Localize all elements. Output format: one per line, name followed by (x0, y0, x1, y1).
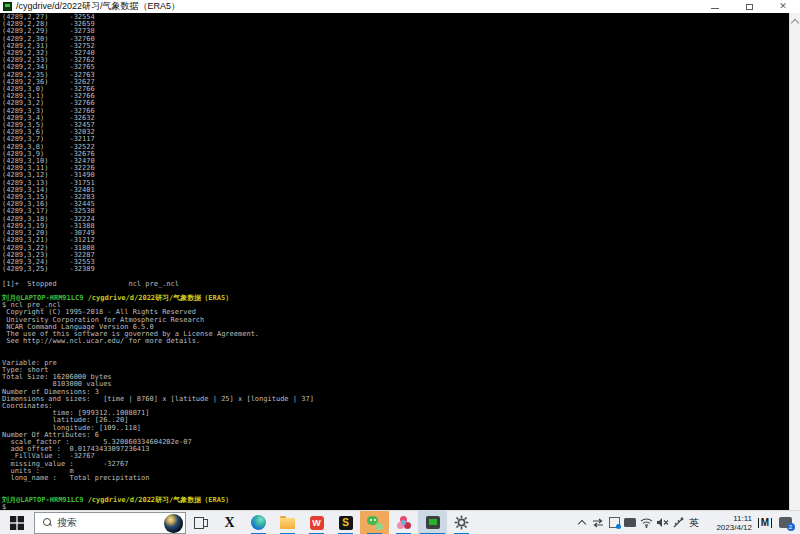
wifi-icon (640, 517, 653, 528)
dark-app-icon (624, 518, 636, 527)
file-explorer-button[interactable] (273, 511, 302, 534)
edge-button[interactable] (244, 511, 273, 534)
taskbar-clock[interactable]: 11:11 2023/4/12 (702, 514, 754, 532)
notification-center-button[interactable]: 2 (776, 511, 800, 534)
hidden-icons-button[interactable] (574, 511, 590, 534)
window-title: /cygdrive/d/2022研习/气象数据（ERA5） (16, 0, 180, 13)
app-notification-tray-button[interactable] (606, 511, 622, 534)
flower-app-icon (397, 516, 411, 530)
terminal-output: (4289,2,27) -32554 (4289,2,28) -32659 (4… (0, 13, 789, 510)
settings-gear-icon (454, 515, 469, 530)
terminal-icon (426, 516, 440, 529)
search-icon (43, 518, 52, 527)
terminal-scrollbar[interactable] (789, 13, 800, 510)
vendor-tray-button[interactable]: M (754, 511, 776, 534)
ime-language-label: 英 (689, 516, 699, 530)
square-blue-dot-icon (609, 517, 620, 528)
close-button[interactable]: ✕ (766, 0, 800, 13)
task-view-button[interactable] (186, 511, 215, 534)
wps-office-icon: W (310, 516, 324, 530)
settings-button[interactable] (447, 511, 476, 534)
x-app-icon: X (224, 516, 234, 530)
mintty-window-icon (3, 2, 12, 11)
m-vendor-icon: M (758, 518, 772, 528)
dark-app-tray-button[interactable] (622, 511, 638, 534)
clock-date: 2023/4/12 (702, 523, 752, 532)
window-titlebar: /cygdrive/d/2022研习/气象数据（ERA5） ✕ (0, 0, 800, 13)
notification-icon: 2 (779, 517, 792, 528)
wps-office-button[interactable]: W (302, 511, 331, 534)
wifi-tray-button[interactable] (638, 511, 654, 534)
start-button[interactable] (0, 511, 34, 534)
clock-time: 11:11 (702, 514, 752, 523)
notification-count-badge: 2 (787, 523, 795, 531)
x-app-button[interactable]: X (215, 511, 244, 534)
search-highlight-globe-icon[interactable] (164, 514, 183, 533)
arrows-swap-icon (592, 518, 604, 528)
terminal-window[interactable]: (4289,2,27) -32554 (4289,2,28) -32659 (4… (0, 13, 789, 510)
task-view-icon (194, 517, 208, 528)
scrollbar-up-arrow-icon[interactable] (792, 18, 798, 24)
ime-indicator[interactable]: 英 (686, 511, 702, 534)
wechat-button[interactable] (360, 511, 389, 534)
taskbar: 搜索 X W S (0, 510, 800, 534)
usb-tray-button[interactable] (670, 511, 686, 534)
folder-icon (280, 518, 295, 529)
terminal-taskbar-button[interactable] (418, 511, 447, 534)
s-app-button[interactable]: S (331, 511, 360, 534)
taskbar-search-input[interactable]: 搜索 (34, 512, 186, 534)
usb-plug-icon (672, 517, 684, 529)
chevron-up-icon (579, 519, 586, 526)
maximize-button[interactable] (732, 0, 766, 13)
minimize-button[interactable] (698, 0, 732, 13)
edge-browser-icon (251, 515, 266, 530)
search-placeholder: 搜索 (57, 516, 77, 530)
sync-arrows-tray-button[interactable] (590, 511, 606, 534)
speaker-muted-icon (656, 517, 669, 528)
wechat-icon (367, 516, 383, 530)
volume-tray-button[interactable] (654, 511, 670, 534)
s-app-icon: S (339, 516, 353, 530)
windows-logo-icon (10, 516, 24, 530)
system-tray: 英 11:11 2023/4/12 M 2 (574, 511, 800, 534)
flower-app-button[interactable] (389, 511, 418, 534)
